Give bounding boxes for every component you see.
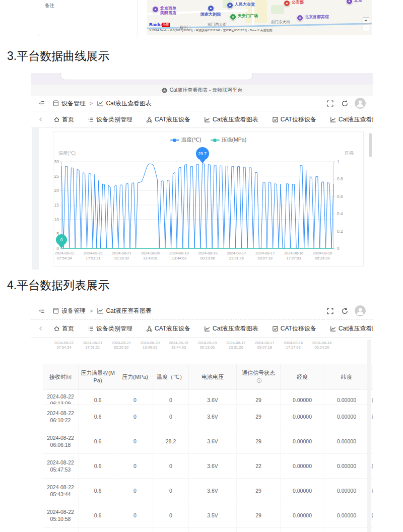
map-poi-label: 天安门广场 [238,14,258,18]
map-poi-label: 北京首都宾馆 [305,15,329,19]
home-icon [53,116,60,123]
x-axis-label: 2024-08-2013:49:01 [134,341,166,350]
table-row: 2024-08-22 06:06:180.6028.23.6V290.00000… [43,429,373,454]
svg-text:30: 30 [54,159,59,164]
svg-text:压强: 压强 [345,151,354,156]
tab-设备类别管理[interactable]: 设备类别管理 [88,115,132,124]
curve-chart[interactable]: 30252015105010.80.60.40.20温度(℃)压强2024-08… [53,150,363,263]
tab-Cat液压查看图表[interactable]: Cat液压查看图表 [204,115,258,124]
sidebar-collapse-icon[interactable] [38,307,45,314]
column-header: 压力满量程(MPa) [79,364,117,390]
svg-text:2024-08-21: 2024-08-21 [84,251,103,255]
tab-bar: 首页设备类别管理CAT液压设备Cat液压查看图表CAT位移设备Cat液压查看图表 [31,320,373,338]
refresh-icon[interactable] [341,307,349,315]
tab-Cat液压查看图表[interactable]: Cat液压查看图表 [204,324,258,333]
chevron-left-icon[interactable] [37,116,44,123]
svg-text:温度(℃): 温度(℃) [58,151,76,156]
map-poi[interactable]: 北京西单美爵酒店 [152,6,176,15]
refresh-icon[interactable] [341,100,349,107]
window-titlebar: Cat液压查看图表 - 云物联网平台 [31,85,373,96]
map-poi[interactable]: 天安门广场 [230,14,258,20]
scrollbar-thumb[interactable] [369,133,372,157]
x-axis-label: 2024-08-2102:20:32 [105,341,138,350]
breadcrumb-section[interactable]: 设备管理 [61,307,86,315]
chevron-left-icon[interactable] [37,325,44,332]
map-pin-icon [152,6,159,13]
peak-marker-pin: 29.7 [196,147,209,160]
checksq-icon [272,325,279,332]
panel-edge-line [32,0,32,29]
svg-text:1: 1 [337,159,340,164]
table-row: 2024-08-22 05:43:440.6003.6V290.000000.0… [43,479,373,503]
breadcrumb-section[interactable]: 设备管理 [61,99,86,108]
scrollbar-track[interactable] [367,340,371,532]
map-poi[interactable]: 北京 [346,0,362,5]
svg-text:0.8: 0.8 [337,176,343,181]
column-header: 接收时间 [43,364,79,390]
chart-legend: 温度(℃)压强(MPa) [53,137,363,144]
section-3-heading: 3.平台数据曲线展示 [7,48,109,64]
chart-icon [204,116,211,123]
sidebar-collapse-icon[interactable] [38,100,45,107]
baidu-map[interactable]: 北京西单美爵酒店国家大剧院人民大会堂天安门广场公安部北京首都宾馆北京 前门西大街… [147,0,372,35]
tab-CAT液压设备[interactable]: CAT液压设备 [146,115,190,124]
svg-text:20: 20 [54,188,59,193]
svg-text:09:07:18: 09:07:18 [258,256,273,260]
map-pin-icon [284,0,290,7]
tab-首页[interactable]: 首页 [53,115,74,124]
map-poi[interactable]: 公安部 [284,0,304,7]
url-bar-fragment [60,73,253,80]
legend-item[interactable]: 压强(MPa) [211,137,247,144]
column-header: 通信信号状态? [237,364,281,390]
avatar[interactable] [355,305,366,316]
svg-text:0.2: 0.2 [337,229,343,234]
avatar[interactable] [355,98,366,109]
svg-text:2024-08-20: 2024-08-20 [141,251,160,255]
tab-设备类别管理[interactable]: 设备类别管理 [88,324,132,333]
chart-icon [204,325,211,332]
tab-首页[interactable]: 首页 [53,324,74,333]
chart-x-axis-labels: 2024-08-2207:54:342024-08-2117:51:212024… [31,341,373,353]
breadcrumb-page[interactable]: Cat液压查看图表 [106,307,152,315]
map-poi[interactable]: 国家大剧院 [208,5,221,17]
chart-content: 温度(℃)压强(MPa) 30252015105010.80.60.40.20温… [31,128,373,270]
list-icon [88,325,94,332]
svg-text:17:27:03: 17:27:03 [287,256,301,260]
tab-Cat液压查看图表[interactable]: Cat液压查看图表 [330,115,373,124]
x-axis-label: 2024-08-1900:13:06 [191,341,223,350]
column-header: 电池电压 [189,364,237,390]
list-icon [88,116,94,123]
map-pin-icon [227,2,233,9]
map-poi-label: 人民大会堂 [235,2,255,7]
checksq-icon [272,116,279,123]
column-header: 温度（℃） [153,364,189,390]
tab-Cat液压查看图表[interactable]: Cat液压查看图表 [330,324,373,333]
baidu-logo: Baidu 地图 [149,22,170,27]
fullscreen-icon[interactable] [326,100,334,107]
chart-icon [97,100,104,107]
chart-screenshot: Cat液压查看图表 - 云物联网平台 设备管理 > Cat液压查看图表 首页设备… [31,73,373,270]
svg-text:25: 25 [54,174,59,179]
help-circle-icon[interactable]: ? [256,378,262,383]
svg-text:10: 10 [54,217,59,222]
breadcrumb-page[interactable]: Cat液压查看图表 [106,99,152,108]
tab-CAT位移设备[interactable]: CAT位移设备 [272,115,316,124]
tab-CAT液压设备[interactable]: CAT液压设备 [146,324,190,333]
map-zoom-in-button[interactable]: + [363,17,369,24]
map-poi[interactable]: 人民大会堂 [227,2,255,9]
table-row: 2024-08-22 05:47:530.6003.6V220.000000.0… [43,454,373,479]
legend-item[interactable]: 温度(℃) [170,137,202,144]
svg-text:0: 0 [337,246,340,251]
x-axis-label: 2024-08-2207:54:34 [48,341,80,350]
fullscreen-icon[interactable] [326,307,334,315]
map-poi[interactable]: 北京首都宾馆 [297,15,329,21]
svg-text:07:54:34: 07:54:34 [57,256,72,260]
zero-marker-pin: 0 [56,234,67,245]
map-zoom-out-button[interactable]: − [363,25,369,31]
x-axis-label: 2024-08-1617:27:03 [277,341,309,350]
device-management-icon [52,307,59,314]
svg-text:0.6: 0.6 [337,194,343,199]
tab-CAT位移设备[interactable]: CAT位移设备 [272,324,316,333]
x-axis-label: 2024-08-1709:07:18 [248,341,281,350]
svg-text:02:20:32: 02:20:32 [114,256,129,260]
